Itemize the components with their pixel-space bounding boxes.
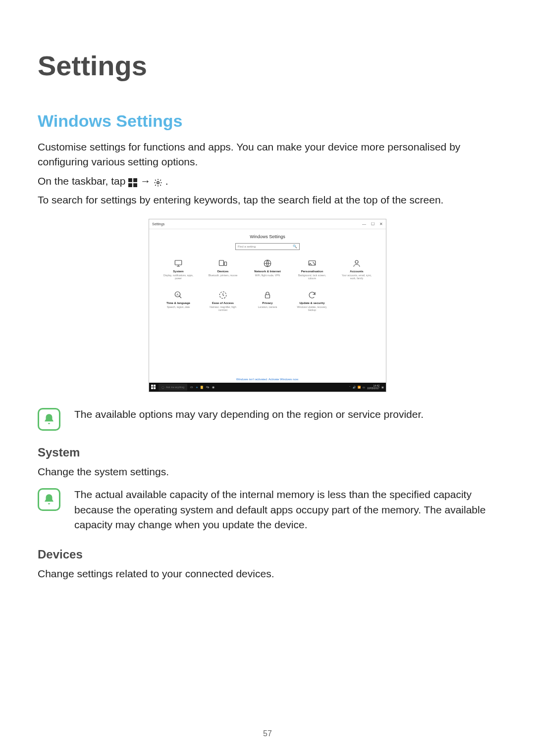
bell-icon bbox=[38, 408, 60, 431]
window-title: Settings bbox=[152, 222, 164, 226]
tile-sub: Location, camera bbox=[258, 305, 277, 308]
tile-label: Update & security bbox=[299, 302, 324, 304]
tile-network[interactable]: Network & Internet WiFi, flight mode, VP… bbox=[250, 259, 285, 280]
subheading-devices: Devices bbox=[38, 548, 497, 561]
svg-rect-7 bbox=[224, 262, 227, 266]
tile-label: Accounts bbox=[350, 270, 363, 273]
globe-letter-icon: A bbox=[174, 291, 183, 300]
cortana-search[interactable]: ◯ Ask me anything bbox=[159, 384, 187, 391]
svg-rect-3 bbox=[133, 183, 137, 187]
note-memory-capacity: The actual available capacity of the int… bbox=[38, 487, 497, 532]
settings-window: Settings — ☐ ✕ Windows Settings Find a s… bbox=[149, 219, 386, 392]
tile-ease-of-access[interactable]: Ease of Access Narrator, magnifier, high… bbox=[205, 291, 241, 311]
intro-paragraph-3: To search for settings by entering keywo… bbox=[38, 193, 497, 207]
person-icon bbox=[352, 259, 361, 268]
note-text: The actual available capacity of the int… bbox=[74, 487, 497, 532]
tile-update-security[interactable]: Update & security Windows Update, recove… bbox=[294, 291, 330, 311]
search-placeholder: Find a setting bbox=[238, 245, 256, 248]
search-input[interactable]: Find a setting 🔍 bbox=[235, 243, 300, 250]
svg-rect-6 bbox=[219, 260, 224, 266]
chevron-up-icon[interactable]: ˄ bbox=[349, 386, 351, 389]
tile-sub: Bluetooth, printers, mouse bbox=[209, 274, 237, 277]
tile-personalisation[interactable]: Personalisation Background, lock screen,… bbox=[294, 259, 330, 280]
tile-label: Network & Internet bbox=[254, 270, 280, 273]
refresh-icon bbox=[308, 291, 317, 300]
minimize-button[interactable]: — bbox=[362, 222, 366, 226]
paint-icon bbox=[308, 259, 317, 268]
settings-body-title: Windows Settings bbox=[250, 234, 285, 239]
section-heading-windows-settings: Windows Settings bbox=[38, 111, 497, 131]
page-title: Settings bbox=[38, 50, 497, 82]
p2-post: . bbox=[165, 175, 168, 187]
lock-icon bbox=[263, 291, 272, 300]
close-button[interactable]: ✕ bbox=[379, 222, 383, 226]
screenshot-container: Settings — ☐ ✕ Windows Settings Find a s… bbox=[38, 219, 497, 392]
bell-icon bbox=[38, 488, 60, 511]
tile-label: Devices bbox=[217, 270, 229, 273]
svg-rect-16 bbox=[154, 385, 156, 387]
tile-sub: Display, notifications, apps, power bbox=[160, 274, 196, 280]
camera-icon[interactable]: ◉ bbox=[212, 385, 214, 389]
tile-system[interactable]: System Display, notifications, apps, pow… bbox=[160, 259, 196, 280]
svg-point-10 bbox=[355, 260, 358, 263]
svg-rect-18 bbox=[154, 387, 156, 389]
intro-paragraph-2: On the taskbar, tap → . bbox=[38, 174, 497, 189]
edge-icon[interactable]: e bbox=[196, 386, 198, 389]
system-tray[interactable]: ˄ 🔊 📶 ▭ 14:42 10/03/2017 ▣ bbox=[349, 385, 384, 390]
taskbar: ◯ Ask me anything ▭ e ▇ 🛍 ◉ ˄ 🔊 📶 ▭ 14:4… bbox=[149, 383, 386, 392]
svg-rect-1 bbox=[133, 178, 137, 182]
svg-rect-5 bbox=[175, 260, 182, 265]
svg-point-4 bbox=[157, 182, 160, 184]
svg-rect-2 bbox=[128, 183, 132, 187]
action-centre-icon[interactable]: ▣ bbox=[381, 386, 384, 389]
volume-icon[interactable]: 🔊 bbox=[353, 386, 356, 389]
svg-rect-9 bbox=[309, 261, 316, 265]
tile-privacy[interactable]: Privacy Location, camera bbox=[250, 291, 285, 311]
tile-label: System bbox=[173, 270, 183, 273]
intro-paragraph-1: Customise settings for functions and app… bbox=[38, 140, 497, 170]
system-desc: Change the system settings. bbox=[38, 464, 497, 479]
task-view-icon[interactable]: ▭ bbox=[190, 385, 193, 389]
svg-rect-14 bbox=[266, 295, 270, 298]
start-icon bbox=[128, 176, 137, 185]
page-number: 57 bbox=[0, 729, 535, 738]
monitor-icon bbox=[174, 259, 183, 268]
clock[interactable]: 14:42 10/03/2017 bbox=[367, 385, 379, 390]
settings-body: Windows Settings Find a setting 🔍 System… bbox=[149, 229, 386, 383]
settings-tile-grid: System Display, notifications, apps, pow… bbox=[160, 259, 374, 311]
battery-icon[interactable]: ▭ bbox=[363, 386, 365, 389]
activation-link[interactable]: Windows isn't activated. Activate Window… bbox=[236, 378, 299, 381]
store-icon[interactable]: 🛍 bbox=[206, 386, 209, 389]
devices-icon bbox=[218, 259, 227, 268]
tile-sub: Your accounts, email, sync, work, family bbox=[339, 274, 374, 280]
tile-label: Personalisation bbox=[301, 270, 323, 273]
note-text: The available options may vary depending… bbox=[74, 407, 424, 422]
cortana-placeholder: Ask me anything bbox=[166, 386, 184, 389]
globe-icon bbox=[263, 259, 272, 268]
p2-arrow: → bbox=[140, 175, 154, 187]
note-region-provider: The available options may vary depending… bbox=[38, 407, 497, 431]
tile-sub: Speech, region, date bbox=[167, 305, 190, 308]
tile-devices[interactable]: Devices Bluetooth, printers, mouse bbox=[205, 259, 241, 280]
subheading-system: System bbox=[38, 446, 497, 459]
tile-time-language[interactable]: A Time & language Speech, region, date bbox=[160, 291, 196, 311]
cortana-circle-icon: ◯ bbox=[161, 386, 164, 389]
svg-rect-15 bbox=[151, 385, 153, 387]
tile-sub: WiFi, flight mode, VPN bbox=[255, 274, 280, 277]
maximize-button[interactable]: ☐ bbox=[371, 222, 374, 226]
ease-icon bbox=[218, 291, 227, 300]
wifi-icon[interactable]: 📶 bbox=[358, 386, 361, 389]
p2-pre: On the taskbar, tap bbox=[38, 175, 128, 187]
explorer-icon[interactable]: ▇ bbox=[201, 385, 203, 389]
svg-rect-17 bbox=[151, 387, 153, 389]
start-button[interactable] bbox=[151, 385, 156, 389]
tile-label: Time & language bbox=[166, 302, 190, 304]
clock-date: 10/03/2017 bbox=[367, 387, 379, 390]
tile-accounts[interactable]: Accounts Your accounts, email, sync, wor… bbox=[339, 259, 374, 280]
tile-sub: Background, lock screen, colours bbox=[294, 274, 330, 280]
devices-desc: Change settings related to your connecte… bbox=[38, 566, 497, 581]
tile-label: Ease of Access bbox=[212, 302, 234, 304]
titlebar: Settings — ☐ ✕ bbox=[149, 219, 386, 229]
search-icon: 🔍 bbox=[293, 245, 297, 249]
tile-sub: Narrator, magnifier, high contrast bbox=[205, 305, 241, 311]
